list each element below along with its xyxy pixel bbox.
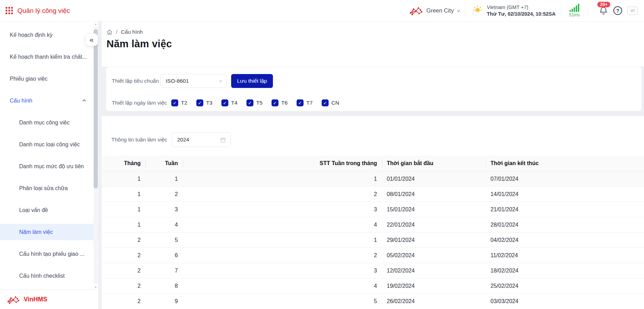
table-cell: 1 — [102, 217, 146, 233]
breadcrumb-current[interactable]: Cấu hình — [121, 29, 143, 35]
standard-select-value: ISO-8601 — [166, 78, 189, 84]
breadcrumb: / Cấu hình — [107, 29, 644, 35]
sidebar-item[interactable]: Phân loại sửa chữa — [0, 177, 98, 199]
workday-checkbox[interactable]: T5 — [246, 99, 272, 106]
calendar-icon — [220, 137, 226, 143]
table-cell: 6 — [146, 248, 183, 263]
sidebar-footer: VinHMS — [0, 290, 98, 309]
layout-shell: Kế hoạch định kỳKế hoạch thanh kiểm tra … — [0, 22, 644, 309]
sidebar-item[interactable]: Cấu hình checklist — [0, 265, 98, 287]
locale-info: Vietnam (GMT +7) Thứ Tư, 02/10/2024, 10:… — [471, 4, 556, 17]
notifications-button[interactable]: 20+ — [599, 6, 608, 16]
sidebar-item-label: Phân loại sửa chữa — [19, 185, 68, 192]
sidebar-item[interactable]: Kế hoạch định kỳ — [0, 24, 98, 46]
table-cell: 26/02/2024 — [382, 294, 486, 309]
workday-checkbox[interactable]: T6 — [272, 99, 297, 106]
sidebar-scrollbar-thumb[interactable] — [94, 29, 98, 188]
table-cell: 15/01/2024 — [382, 202, 486, 217]
chevron-up-icon — [82, 98, 86, 104]
workday-label: T7 — [306, 100, 313, 106]
table-cell: 2 — [102, 233, 146, 248]
checkbox-checked-icon — [196, 99, 203, 106]
app-grid-icon[interactable] — [6, 7, 13, 14]
sidebar-item[interactable]: Cấu hình — [0, 90, 98, 112]
org-switcher[interactable]: Green City ∨ — [409, 6, 460, 16]
workday-label: T2 — [181, 100, 187, 106]
sidebar-collapse-button[interactable]: « — [85, 33, 98, 46]
scroll-down-arrow[interactable]: ▼ — [94, 286, 98, 289]
scroll-up-arrow[interactable]: ▲ — [94, 23, 98, 26]
table-cell: 8 — [146, 278, 183, 294]
sidebar-menu: Kế hoạch định kỳKế hoạch thanh kiểm tra … — [0, 22, 98, 290]
breadcrumb-separator: / — [116, 29, 117, 35]
workdays-checkboxes: T2T3T4T5T6T7CN — [171, 99, 347, 106]
table-cell: 05/02/2024 — [382, 248, 486, 263]
table-cell: 22/01/2024 — [382, 217, 486, 233]
table-row: 26205/02/202411/02/2024 — [102, 247, 644, 263]
sidebar-item-label: Cấu hình tạo phiếu giao ... — [19, 251, 85, 257]
sidebar-item[interactable]: Danh mục loại công việc — [0, 133, 98, 155]
workday-checkbox[interactable]: T7 — [297, 99, 322, 106]
table-header-row: ThángTuầnSTT Tuần trong thángThời gian b… — [102, 156, 644, 171]
table-cell: 2 — [183, 187, 382, 202]
latency-label: 51ms — [569, 13, 580, 17]
header-right: Green City ∨ Vietnam (GMT +7) — [409, 0, 638, 21]
help-glyph: ? — [616, 8, 619, 14]
chevron-down-icon: ∨ — [456, 8, 461, 13]
table-body: 11101/01/202407/01/202412208/01/202414/0… — [102, 171, 644, 309]
workday-checkbox[interactable]: T4 — [221, 99, 246, 106]
table-row: 12208/01/202414/01/2024 — [102, 186, 644, 202]
table-cell: 7 — [146, 263, 183, 278]
table-cell: 9 — [146, 294, 183, 309]
sidebar-item[interactable]: Năm làm việc — [0, 221, 98, 243]
week-year-row: Thông tin tuần làm việc 2024 — [102, 132, 644, 147]
checkbox-checked-icon — [297, 99, 304, 106]
table-cell: 25/02/2024 — [486, 278, 644, 294]
home-icon[interactable] — [107, 29, 112, 35]
table-cell: 21/01/2024 — [486, 202, 644, 217]
table-cell: 4 — [183, 217, 382, 233]
table-cell: 5 — [183, 294, 382, 309]
workday-checkbox[interactable]: CN — [322, 99, 347, 106]
table-cell: 4 — [146, 217, 183, 233]
standard-label: Thiết lập tiêu chuẩn — [112, 78, 160, 84]
vinhms-logo-icon — [6, 295, 20, 304]
table-column-header: Thời gian bắt đầu — [382, 156, 486, 171]
save-settings-button[interactable]: Lưu thiết lập — [231, 74, 273, 88]
table-cell: 3 — [183, 263, 382, 278]
sidebar: Kế hoạch định kỳKế hoạch thanh kiểm tra … — [0, 22, 98, 309]
language-button[interactable]: VI — [627, 7, 638, 15]
sidebar-item-label: Loại vấn đề — [19, 207, 48, 213]
weather-icon — [471, 5, 483, 16]
table-row: 14422/01/202428/01/2024 — [102, 217, 644, 232]
table-cell: 28/01/2024 — [486, 217, 644, 233]
standard-select[interactable]: ISO-8601 ∨ — [160, 74, 227, 88]
sidebar-item[interactable]: Loại vấn đề — [0, 199, 98, 221]
app-root: Quản lý công việc Green City ∨ — [0, 0, 644, 309]
help-button[interactable]: ? — [613, 6, 622, 15]
table-row: 28419/02/202425/02/2024 — [102, 278, 644, 293]
workdays-setting-row: Thiết lập ngày làm việc T2T3T4T5T6T7CN — [112, 99, 642, 106]
workday-checkbox[interactable]: T2 — [171, 99, 196, 106]
language-label: VI — [630, 8, 635, 13]
sidebar-item[interactable]: Kế hoạch thanh kiểm tra chất... — [0, 46, 98, 68]
workday-checkbox[interactable]: T3 — [196, 99, 221, 106]
checkbox-checked-icon — [322, 99, 329, 106]
sidebar-item[interactable]: Danh mục công việc — [0, 112, 98, 133]
table-cell: 2 — [183, 248, 382, 263]
network-status: 51ms — [566, 4, 582, 17]
sidebar-item-label: Kế hoạch thanh kiểm tra chất... — [10, 54, 86, 60]
workday-label: T4 — [231, 100, 237, 106]
table-cell: 18/02/2024 — [486, 263, 644, 278]
sidebar-item[interactable]: Cấu hình tạo phiếu giao ... — [0, 243, 98, 265]
sidebar-item[interactable]: Phiếu giao việc — [0, 68, 98, 90]
table-cell: 2 — [102, 294, 146, 309]
sidebar-item-label: Kế hoạch định kỳ — [10, 32, 53, 38]
table-cell: 11/02/2024 — [486, 248, 644, 263]
sidebar-item[interactable]: Danh mục mức độ ưu tiên — [0, 155, 98, 177]
table-cell: 19/02/2024 — [382, 278, 486, 294]
divider — [561, 6, 561, 15]
table-cell: 1 — [102, 187, 146, 202]
sidebar-item-label: Cấu hình checklist — [19, 273, 65, 279]
year-picker[interactable]: 2024 — [172, 132, 231, 147]
